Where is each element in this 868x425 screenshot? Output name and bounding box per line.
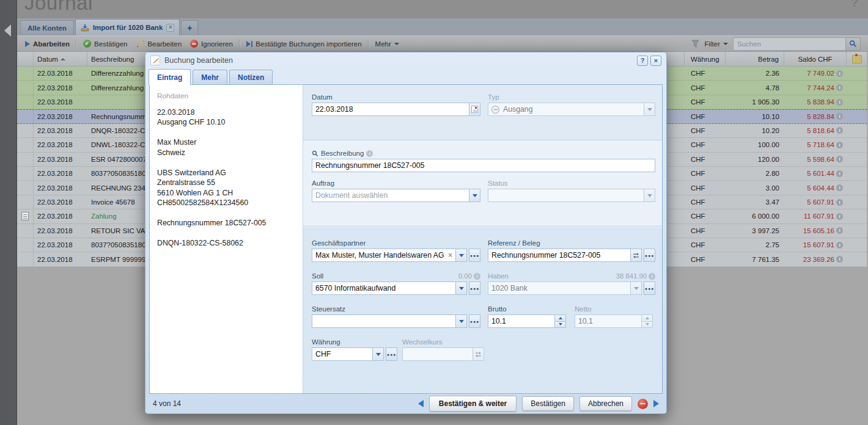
row-icon-cell bbox=[17, 252, 34, 266]
clear-icon[interactable]: × bbox=[448, 251, 452, 260]
bestaetigen-weiter-button[interactable]: Bestätigen & weiter bbox=[429, 396, 517, 412]
haben-label: Haben bbox=[488, 272, 509, 280]
tab-close-icon[interactable]: × bbox=[166, 24, 174, 32]
cell-datum: 22.03.2018 bbox=[34, 252, 87, 266]
toolbar: Abarbeiten ✓ Bestätigen Bearbeiten Ignor… bbox=[17, 35, 868, 52]
section-buchung: Geschäftspartner Max Muster, Muster Hand… bbox=[303, 227, 663, 393]
cell-note bbox=[847, 195, 867, 209]
dialog-tab-eintrag[interactable]: Eintrag bbox=[149, 69, 191, 85]
datum-input[interactable] bbox=[312, 103, 469, 116]
auftrag-select[interactable] bbox=[312, 189, 469, 202]
spin-up-icon bbox=[642, 314, 653, 322]
funnel-icon bbox=[691, 40, 699, 48]
rohdaten-line: UBS Switzerland AG bbox=[157, 168, 295, 178]
steuersatz-select[interactable] bbox=[312, 314, 456, 328]
search-button[interactable] bbox=[846, 37, 861, 51]
bestaetigen-dialog-button[interactable]: Bestätigen bbox=[522, 396, 574, 411]
refresh-icon bbox=[475, 351, 482, 358]
cell-note bbox=[847, 224, 867, 238]
cell-waehrung: CHF bbox=[685, 81, 726, 94]
dialog-close-button[interactable]: × bbox=[650, 56, 661, 66]
soll-select[interactable]: 6570 Informatikaufwand bbox=[312, 282, 456, 295]
spin-up-icon bbox=[555, 314, 566, 322]
geschaeftspartner-select[interactable]: Max Muster, Muster Handelswaren AG × bbox=[312, 249, 456, 262]
info-icon: i bbox=[836, 99, 843, 106]
row-icon-cell bbox=[17, 224, 34, 238]
pencil-icon bbox=[136, 40, 144, 48]
row-icon-cell bbox=[17, 238, 34, 252]
steuersatz-more-button[interactable]: ●●● bbox=[469, 314, 480, 328]
waehrung-dropdown-trigger[interactable] bbox=[373, 347, 384, 361]
info-icon: i bbox=[836, 84, 843, 91]
header-betrag[interactable]: Betrag bbox=[726, 52, 784, 66]
search-input[interactable] bbox=[733, 37, 846, 51]
dialog-help-button[interactable]: ? bbox=[637, 56, 648, 66]
steuersatz-label: Steuersatz bbox=[312, 305, 480, 313]
page-title: Journal bbox=[24, 0, 93, 15]
bearbeiten-button[interactable]: Bearbeiten bbox=[131, 38, 186, 49]
cell-betrag: 1 905.30 bbox=[726, 95, 784, 109]
header-waehrung[interactable]: Währung bbox=[685, 52, 726, 66]
referenz-refresh-button[interactable] bbox=[631, 249, 642, 262]
steuersatz-dropdown-trigger[interactable] bbox=[456, 314, 467, 328]
cell-betrag: 3.47 bbox=[726, 195, 784, 209]
soll-dropdown-trigger[interactable] bbox=[456, 282, 467, 295]
auftrag-dropdown-trigger[interactable] bbox=[469, 189, 480, 202]
brutto-spinner[interactable] bbox=[555, 314, 566, 328]
dialog-tab-mehr[interactable]: Mehr bbox=[193, 70, 227, 84]
geschaeftspartner-dropdown-trigger[interactable] bbox=[456, 249, 467, 262]
netto-input bbox=[575, 314, 642, 328]
tab-import-1020-bank[interactable]: Import für 1020 Bank × bbox=[75, 19, 180, 35]
tab-alle-konten[interactable]: Alle Konten bbox=[20, 20, 74, 35]
waehrung-more-button[interactable]: ●●● bbox=[386, 347, 397, 361]
referenz-label: Referenz / Beleg bbox=[488, 239, 655, 247]
cell-betrag: 2.36 bbox=[726, 67, 784, 80]
collapse-arrow-icon[interactable] bbox=[4, 24, 11, 37]
geschaeftspartner-label: Geschäftspartner bbox=[312, 239, 480, 247]
geschaeftspartner-more-button[interactable]: ●●● bbox=[469, 249, 480, 262]
wechselkurs-label: Wechselkurs bbox=[402, 338, 484, 346]
abarbeiten-button[interactable]: Abarbeiten bbox=[21, 39, 74, 49]
wechselkurs-input bbox=[402, 347, 473, 361]
header-note-column[interactable] bbox=[847, 52, 867, 66]
waehrung-select[interactable]: CHF bbox=[312, 347, 373, 361]
referenz-more-button[interactable]: ●●● bbox=[644, 249, 655, 262]
cell-note bbox=[847, 167, 867, 180]
prev-record-icon[interactable] bbox=[418, 400, 424, 407]
cell-note bbox=[847, 252, 867, 266]
ignore-record-icon[interactable] bbox=[638, 399, 648, 409]
info-icon: i bbox=[836, 213, 843, 220]
referenz-input[interactable] bbox=[488, 249, 631, 262]
header-icon-column[interactable] bbox=[17, 52, 34, 66]
status-label: Status bbox=[488, 180, 655, 187]
ignorieren-button[interactable]: Ignorieren bbox=[186, 38, 237, 49]
bestaetigte-importieren-button[interactable]: Bestätigte Buchungen importieren bbox=[242, 39, 366, 49]
beschreibung-input[interactable] bbox=[312, 159, 655, 172]
wechselkurs-refresh-button bbox=[473, 347, 484, 361]
bestaetigen-button[interactable]: ✓ Bestätigen bbox=[79, 38, 131, 49]
row-icon-cell bbox=[17, 209, 34, 223]
soll-more-button[interactable]: ●●● bbox=[469, 282, 480, 295]
tab-add[interactable]: + bbox=[181, 20, 198, 35]
mehr-button[interactable]: Mehr bbox=[371, 39, 403, 49]
calendar-trigger-button[interactable] bbox=[469, 103, 480, 116]
page-help-icon[interactable]: ? bbox=[851, 0, 858, 10]
header-datum[interactable]: Datum bbox=[34, 52, 87, 66]
dialog-titlebar[interactable]: Buchung bearbeiten ? × bbox=[145, 53, 666, 68]
tab-bar: Alle Konten Import für 1020 Bank × + bbox=[17, 18, 868, 35]
caret-down-icon bbox=[394, 43, 399, 45]
section-datum-typ: Datum Typ Ausgang bbox=[303, 85, 663, 140]
cell-betrag: 4.78 bbox=[726, 81, 784, 94]
caret-down-icon bbox=[723, 43, 728, 45]
pencil-icon bbox=[150, 56, 160, 65]
rohdaten-line: CH85002582584X1234560 bbox=[157, 198, 295, 208]
dialog-tab-notizen[interactable]: Notizen bbox=[229, 70, 273, 84]
brutto-input[interactable] bbox=[488, 314, 555, 328]
next-record-icon[interactable] bbox=[653, 400, 659, 407]
cell-datum: 22.03.2018 bbox=[34, 95, 87, 109]
filter-button[interactable]: Filter bbox=[703, 39, 729, 49]
abbrechen-button[interactable]: Abbrechen bbox=[579, 396, 632, 411]
row-icon-cell bbox=[17, 95, 34, 109]
header-saldo[interactable]: Saldo CHF bbox=[784, 52, 847, 66]
collapsed-sidebar[interactable] bbox=[0, 0, 17, 425]
